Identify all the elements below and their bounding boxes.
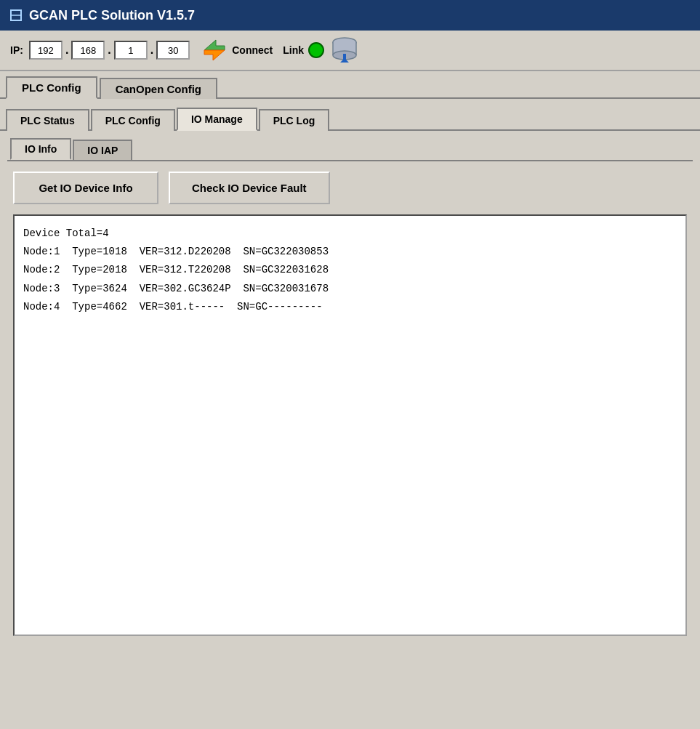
tab-io-iap[interactable]: IO IAP [73, 140, 132, 160]
check-io-device-fault-button[interactable]: Check IO Device Fault [169, 172, 330, 204]
main-tab-bar: PLC Config CanOpen Config [0, 71, 700, 99]
app-title: GCAN PLC Solution V1.5.7 [29, 8, 195, 23]
tab-plc-status[interactable]: PLC Status [6, 109, 89, 131]
app-icon [9, 8, 23, 23]
ip-label: IP: [10, 44, 23, 56]
info-line-4: Node:3 Type=3624 VER=302.GC3624P SN=GC32… [23, 280, 677, 298]
sub-tab-bar: PLC Status PLC Config IO Manage PLC Log [0, 99, 700, 131]
action-buttons-row: Get IO Device Info Check IO Device Fault [13, 172, 687, 204]
tab-canopen-config[interactable]: CanOpen Config [100, 78, 217, 99]
content-area: IO Info IO IAP Get IO Device Info Check … [0, 131, 700, 729]
title-bar: GCAN PLC Solution V1.5.7 [0, 0, 700, 31]
svg-rect-10 [343, 54, 346, 61]
info-line-2: Node:1 Type=1018 VER=312.D220208 SN=GC32… [23, 243, 677, 261]
ip-dot-2: . [108, 44, 110, 57]
tab-io-info[interactable]: IO Info [10, 138, 71, 160]
link-label: Link [283, 44, 304, 56]
ip-octet-2[interactable] [71, 41, 105, 60]
connect-label: Connect [232, 44, 273, 56]
database-icon[interactable] [330, 37, 359, 63]
tab-plc-config[interactable]: PLC Config [6, 76, 97, 99]
info-line-5: Node:4 Type=4662 VER=301.t----- SN=GC---… [23, 298, 677, 316]
ip-octet-4[interactable] [156, 41, 190, 60]
ip-octet-1[interactable] [29, 41, 63, 60]
get-io-device-info-button[interactable]: Get IO Device Info [13, 172, 158, 204]
ip-octet-3[interactable] [114, 41, 148, 60]
info-line-0: Device Total=4 [23, 225, 677, 243]
ip-dot-1: . [65, 44, 68, 57]
tab-plc-config-sub[interactable]: PLC Config [91, 109, 175, 131]
link-group: Link [283, 42, 324, 58]
tab-io-manage[interactable]: IO Manage [177, 108, 257, 131]
io-info-display: Device Total=4 Node:1 Type=1018 VER=312.… [13, 214, 687, 636]
svg-marker-2 [204, 40, 225, 50]
link-status-dot [308, 42, 324, 58]
tab-plc-log[interactable]: PLC Log [259, 109, 330, 131]
connect-button[interactable]: Connect [196, 36, 277, 65]
toolbar: IP: . . . Connect Link [0, 31, 700, 71]
ip-group: . . . [29, 41, 190, 60]
svg-marker-3 [204, 50, 225, 60]
info-line-3: Node:2 Type=2018 VER=312.T220208 SN=GC32… [23, 261, 677, 279]
ip-dot-3: . [150, 44, 153, 57]
refresh-arrows-icon [200, 37, 229, 63]
